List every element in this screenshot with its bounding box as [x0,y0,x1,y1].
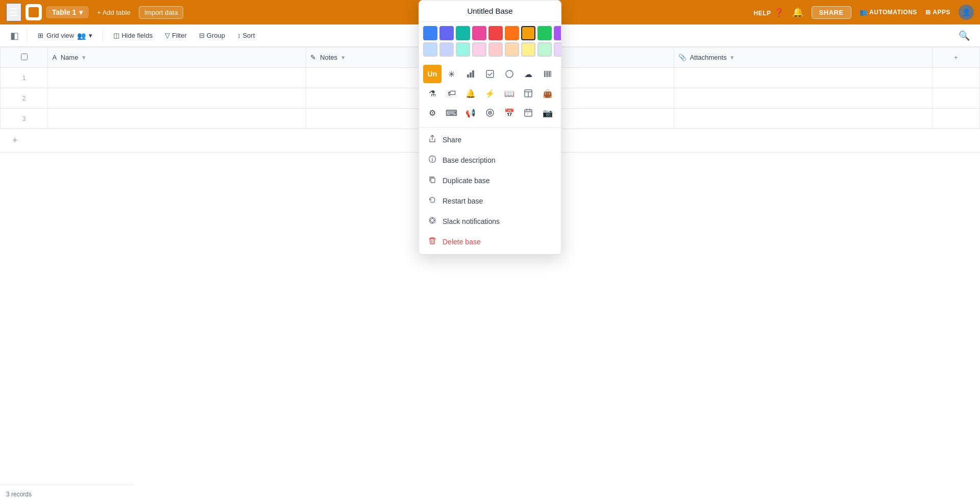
row-2-attachments-cell[interactable] [674,88,932,109]
row-3-extra-cell [932,109,979,129]
icon-book[interactable]: 📖 [500,84,519,103]
color-swatch-red[interactable] [488,26,503,40]
icon-cloud[interactable]: ☁ [520,65,538,83]
color-palette [419,22,561,63]
icon-sparkle[interactable]: ✳ [443,65,461,83]
automations-icon: 👥 [860,9,868,16]
icon-bell[interactable]: 🔔 [461,84,480,103]
icon-megaphone[interactable]: 📢 [461,104,480,122]
color-swatch-purple-light[interactable] [554,42,561,57]
svg-rect-17 [525,110,532,116]
attachments-col-label: Attachments [690,54,726,61]
color-swatch-teal-light[interactable] [456,42,470,57]
icon-bag[interactable]: 👜 [538,84,557,103]
color-swatch-pink[interactable] [472,26,486,40]
row-3-attachments-cell[interactable] [674,109,932,129]
color-swatch-teal[interactable] [456,26,470,40]
icon-tag[interactable]: 🏷 [443,84,461,103]
row-3-num: 3 [22,115,26,122]
share-menu-label: Share [443,136,461,144]
row-1-attachments-cell[interactable] [674,68,932,88]
records-count-bar: 3 records [0,485,133,503]
color-swatch-yellow-light[interactable] [521,42,535,57]
color-swatch-pink-light[interactable] [472,42,486,57]
name-col-label: Name [61,54,79,61]
icon-window[interactable] [520,84,538,103]
add-table-button[interactable]: + Add table [93,7,134,18]
apps-label: APPS [933,9,950,16]
grid-view-button[interactable]: ⊞ Grid view 👥 ▾ [34,30,96,42]
restart-base-menu-label: Restart base [443,197,483,205]
filter-button[interactable]: ▽ Filter [161,30,191,41]
import-data-button[interactable]: Import data [139,6,184,19]
icon-calendar[interactable]: 📅 [500,104,519,122]
grid-view-chevron: ▾ [89,32,92,39]
notifications-button[interactable]: 🔔 [792,7,803,18]
icon-gear[interactable]: ⚙ [423,104,442,122]
select-all-checkbox[interactable] [21,54,28,60]
color-swatch-indigo-light[interactable] [439,42,454,57]
base-name-input-wrapper [419,1,561,22]
row-2-name-cell[interactable] [48,88,306,109]
color-swatch-orange[interactable] [505,26,519,40]
color-swatch-yellow[interactable] [521,26,535,40]
icon-radio[interactable] [481,104,499,122]
slack-notifications-menu-label: Slack notifications [443,217,500,225]
hide-fields-button[interactable]: ◫ Hide fields [109,30,157,41]
sidebar-toggle-button[interactable]: ◧ [8,28,21,43]
color-swatch-green-light[interactable] [537,42,552,57]
menu-toggle-button[interactable]: ☰ [6,3,21,21]
slack-notifications-menu-item[interactable]: Slack notifications [419,211,561,232]
icon-calendar-2[interactable]: 7 [520,104,538,122]
color-row-1 [423,26,557,40]
icon-chart[interactable] [461,65,480,83]
table-selector[interactable]: Table 1 ▾ [46,6,89,18]
search-button[interactable]: 🔍 [957,28,972,43]
header-attachments-col[interactable]: 📎 Attachments ▾ [674,47,932,68]
row-3-checkbox-cell[interactable]: 3 [1,109,48,129]
icon-text[interactable]: Un [423,65,442,83]
notes-col-icon: ✎ [310,54,316,61]
row-1-checkbox-cell[interactable]: 1 [1,68,48,88]
delete-base-menu-label: Delete base [443,238,481,246]
duplicate-base-menu-item[interactable]: Duplicate base [419,170,561,191]
color-swatch-red-light[interactable] [488,42,503,57]
icon-barcode[interactable] [538,65,557,83]
sort-button[interactable]: ↕ Sort [233,30,259,41]
icon-palette: Un ✳ ☁ ⚗ 🏷 🔔 ⚡ [419,63,561,128]
top-bar-left: ☰ Table 1 ▾ + Add table Import data [6,3,754,21]
table-dropdown-icon: ▾ [79,8,83,16]
help-button[interactable]: HELP ❓ [754,7,784,18]
icon-checkbox[interactable] [481,65,499,83]
row-1-name-cell[interactable] [48,68,306,88]
color-swatch-blue-light[interactable] [423,42,437,57]
restart-base-menu-item[interactable]: Restart base [419,191,561,211]
color-swatch-blue[interactable] [423,26,437,40]
apps-button[interactable]: ⊞ APPS [925,9,950,16]
header-name-col[interactable]: A Name ▾ [48,47,306,68]
delete-base-menu-item[interactable]: Delete base [419,232,561,252]
automations-button[interactable]: 👥 AUTOMATIONS [860,9,917,16]
color-swatch-green[interactable] [537,26,552,40]
icon-camera[interactable]: 📷 [538,104,557,122]
icon-flask[interactable]: ⚗ [423,84,442,103]
header-add-col[interactable]: + [932,47,979,68]
row-2-checkbox-cell[interactable]: 2 [1,88,48,109]
group-button[interactable]: ⊟ Group [195,30,229,41]
row-3-name-cell[interactable] [48,109,306,129]
user-avatar[interactable]: 👤 [959,5,974,20]
hide-fields-icon: ◫ [113,32,119,39]
add-row-button[interactable]: + [4,131,26,150]
base-name-input[interactable] [423,5,557,17]
color-swatch-orange-light[interactable] [505,42,519,57]
icon-keyboard[interactable]: ⌨ [443,104,461,122]
share-button[interactable]: SHARE [812,6,851,19]
icon-lightning[interactable]: ⚡ [481,84,499,103]
color-swatch-indigo[interactable] [439,26,454,40]
restart-base-menu-icon [427,196,437,206]
share-menu-item[interactable]: Share [419,130,561,150]
icon-circle[interactable] [500,65,519,83]
base-description-menu-item[interactable]: Base description [419,150,561,170]
group-icon: ⊟ [199,32,205,39]
color-swatch-purple[interactable] [554,26,561,40]
